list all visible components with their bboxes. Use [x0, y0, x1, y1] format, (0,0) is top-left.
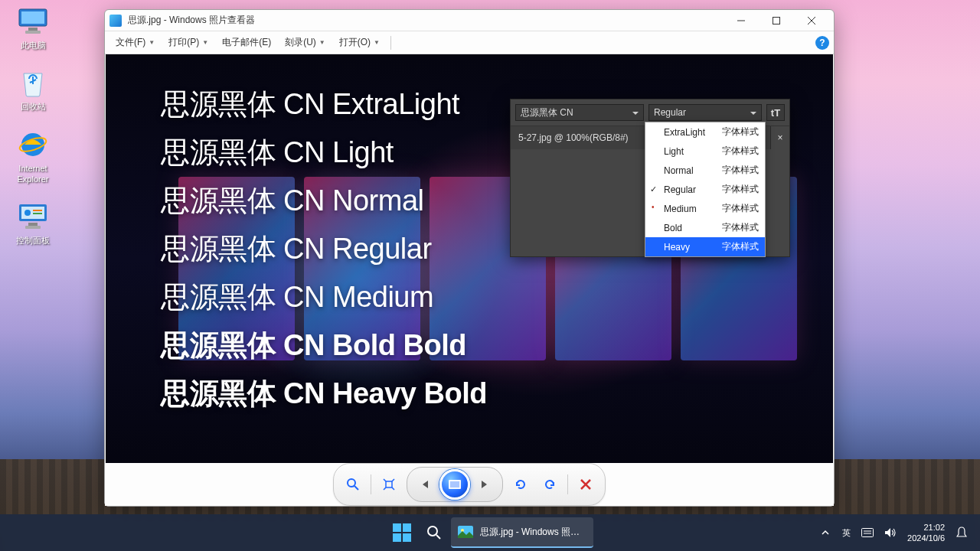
- actual-size-button[interactable]: [377, 473, 400, 496]
- window-title: 思源.jpg - Windows 照片查看器: [128, 14, 724, 27]
- svg-rect-21: [450, 481, 459, 487]
- monitor-icon: [18, 6, 48, 37]
- svg-rect-10: [33, 213, 42, 214]
- font-sample-list: 思源黑体 CN ExtraLight 思源黑体 CN Light 思源黑体 CN…: [161, 85, 487, 413]
- font-sample: 思源黑体 CN Heavy Bold: [161, 374, 487, 413]
- font-sample: 思源黑体 CN Medium: [161, 278, 487, 317]
- svg-rect-3: [25, 31, 41, 34]
- svg-point-8: [24, 210, 31, 216]
- titlebar[interactable]: 思源.jpg - Windows 照片查看器: [105, 10, 834, 31]
- photo-image: 思源黑体 CN ExtraLight 思源黑体 CN Light 思源黑体 CN…: [106, 54, 833, 463]
- close-button[interactable]: [794, 10, 829, 31]
- system-tray: 英 21:02 2024/10/6: [819, 522, 974, 544]
- ie-icon: [18, 129, 48, 160]
- chevron-down-icon: ▼: [319, 39, 325, 46]
- app-icon: [109, 15, 122, 27]
- minimize-button[interactable]: [724, 10, 759, 31]
- svg-rect-11: [28, 223, 38, 226]
- menu-open[interactable]: 打开(O)▼: [333, 34, 386, 51]
- dropdown-item-normal[interactable]: Normal字体样式: [645, 161, 765, 180]
- taskbar: 思源.jpg - Windows 照片查看器 英 21:02 2024/10/6: [0, 514, 980, 551]
- control-panel-icon: [18, 201, 48, 232]
- chevron-down-icon: ▼: [202, 39, 208, 46]
- menu-file[interactable]: 文件(F)▼: [109, 34, 161, 51]
- desktop-icon-control-panel[interactable]: 控制面板: [6, 201, 60, 246]
- rotate-ccw-button[interactable]: [509, 473, 532, 496]
- photo-viewer-icon: [457, 525, 474, 539]
- font-style-dropdown: ExtraLight字体样式 Light字体样式 Normal字体样式 Regu…: [645, 122, 766, 257]
- tray-date: 2024/10/6: [907, 533, 945, 543]
- svg-point-24: [428, 527, 437, 536]
- menu-print[interactable]: 打印(P)▼: [162, 34, 214, 51]
- desktop-icon-this-pc[interactable]: 此电脑: [6, 6, 60, 51]
- menu-separator: [390, 36, 391, 50]
- next-button[interactable]: [470, 474, 501, 495]
- dropdown-item-light[interactable]: Light字体样式: [645, 142, 765, 161]
- desktop-icon-label: 控制面板: [16, 235, 50, 246]
- desktop-icon-label: 回收站: [21, 101, 46, 112]
- taskbar-search[interactable]: [420, 517, 448, 548]
- font-sample: 思源黑体 CN Regular: [161, 230, 487, 269]
- taskbar-app-label: 思源.jpg - Windows 照片查看器: [480, 526, 587, 539]
- menu-burn[interactable]: 刻录(U)▼: [279, 34, 332, 51]
- windows-logo-icon: [393, 523, 411, 542]
- nav-group: [407, 467, 503, 502]
- delete-button[interactable]: [574, 473, 597, 496]
- photo-viewer-window: 思源.jpg - Windows 照片查看器 文件(F)▼ 打印(P)▼ 电子邮…: [104, 9, 835, 507]
- svg-rect-19: [386, 481, 392, 487]
- font-sample: 思源黑体 CN Light: [161, 133, 487, 172]
- desktop-icon-recycle-bin[interactable]: 回收站: [6, 67, 60, 112]
- desktop-icon-ie[interactable]: Internet Explorer: [6, 129, 60, 185]
- svg-rect-1: [21, 11, 44, 24]
- svg-rect-2: [28, 28, 38, 31]
- menu-email[interactable]: 电子邮件(E): [216, 34, 277, 51]
- tray-clock[interactable]: 21:02 2024/10/6: [907, 522, 945, 544]
- dropdown-item-medium[interactable]: Medium字体样式: [645, 199, 765, 218]
- font-sample: 思源黑体 CN Bold Bold: [161, 326, 487, 365]
- desktop-icon-label: Internet Explorer: [18, 163, 49, 185]
- zoom-button[interactable]: [341, 473, 364, 496]
- dropdown-item-regular[interactable]: Regular字体样式: [645, 180, 765, 199]
- dropdown-item-extralight[interactable]: ExtraLight字体样式: [645, 122, 765, 142]
- type-tool-icon[interactable]: tT: [766, 104, 785, 121]
- font-style-combo[interactable]: Regular: [648, 104, 762, 121]
- svg-rect-9: [33, 210, 42, 211]
- font-sample: 思源黑体 CN Normal: [161, 181, 487, 220]
- tab-close-button[interactable]: ×: [771, 126, 789, 149]
- maximize-button[interactable]: [759, 10, 794, 31]
- svg-rect-12: [25, 226, 41, 229]
- slideshow-button[interactable]: [439, 469, 470, 500]
- help-button[interactable]: ?: [815, 36, 829, 50]
- font-sample: 思源黑体 CN ExtraLight: [161, 85, 487, 124]
- notifications-icon[interactable]: [956, 527, 968, 539]
- recycle-bin-icon: [18, 67, 48, 98]
- start-button[interactable]: [387, 517, 417, 548]
- chevron-down-icon: ▼: [374, 39, 380, 46]
- font-family-combo[interactable]: 思源黑体 CN: [515, 104, 644, 121]
- svg-line-18: [354, 486, 358, 490]
- ime-indicator[interactable]: 英: [842, 527, 851, 539]
- keyboard-icon[interactable]: [861, 527, 874, 539]
- svg-line-25: [436, 535, 440, 539]
- previous-button[interactable]: [409, 474, 439, 495]
- tray-time: 21:02: [907, 522, 945, 533]
- toolbar-separator: [371, 474, 371, 494]
- menubar: 文件(F)▼ 打印(P)▼ 电子邮件(E) 刻录(U)▼ 打开(O)▼ ?: [105, 31, 834, 54]
- photo-viewport[interactable]: 思源黑体 CN ExtraLight 思源黑体 CN Light 思源黑体 CN…: [106, 54, 833, 463]
- taskbar-app-photo-viewer[interactable]: 思源.jpg - Windows 照片查看器: [451, 517, 593, 548]
- toolbar-separator: [567, 474, 568, 494]
- svg-point-17: [348, 479, 355, 487]
- viewer-toolbar: [105, 463, 834, 506]
- desktop-icon-label: 此电脑: [21, 40, 46, 51]
- dropdown-item-heavy[interactable]: Heavy字体样式: [645, 237, 765, 256]
- desktop-icons: 此电脑 回收站 Internet Explorer 控制面板: [6, 6, 60, 246]
- chevron-down-icon: ▼: [149, 39, 155, 46]
- dropdown-item-bold[interactable]: Bold字体样式: [645, 218, 765, 237]
- search-icon: [426, 525, 442, 540]
- rotate-cw-button[interactable]: [538, 473, 561, 496]
- tray-chevron-icon[interactable]: [819, 527, 831, 539]
- svg-rect-14: [773, 17, 780, 24]
- svg-rect-28: [862, 529, 874, 537]
- volume-icon[interactable]: [884, 527, 897, 539]
